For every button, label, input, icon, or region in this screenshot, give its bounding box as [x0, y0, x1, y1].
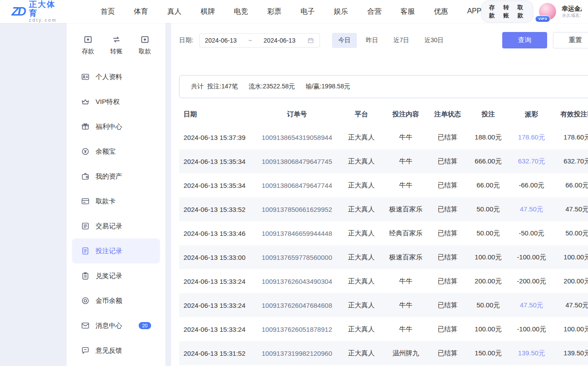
cell-date: 2024-06-13 15:37:39	[179, 125, 255, 149]
cell-bet: 188.00元	[467, 125, 509, 149]
column-header: 投注内容	[384, 103, 428, 125]
cell-platform: 正大真人	[339, 197, 384, 221]
cell-status: 已结算	[428, 221, 467, 245]
range-button-last30[interactable]: 近30日	[418, 33, 450, 48]
column-header: 有效投注额	[554, 103, 588, 125]
nav-item-app[interactable]: APP	[467, 7, 481, 16]
cell-content: 温州牌九	[384, 341, 428, 365]
brand-text: 正大体育 zdty.com	[29, 0, 58, 23]
cell-bet: 150.00元	[467, 341, 509, 365]
date-from[interactable]: 2024-06-13	[205, 37, 237, 44]
cell-content: 极速百家乐	[384, 245, 428, 269]
cell-valid: 139.50元	[554, 341, 588, 365]
date-label: 日期:	[179, 36, 193, 44]
summary-bar: 共计 投注:147笔 流水:23522.58元 输/赢:1998.58元	[179, 75, 588, 98]
top-header: ZD 正大体育 zdty.com 首页体育真人棋牌电竞彩票电子娱乐合营客服优惠A…	[0, 0, 588, 23]
cell-payout: -66.00元	[509, 173, 554, 197]
cell-bet: 66.00元	[467, 173, 509, 197]
cell-payout: 47.50元	[509, 197, 554, 221]
nav-item-live[interactable]: 真人	[167, 7, 181, 16]
cell-date: 2024-06-13 15:33:52	[179, 197, 255, 221]
cell-order: 1009138068479647744	[255, 173, 339, 197]
brand-logo-icon: ZD	[12, 5, 25, 19]
vip-icon	[81, 97, 90, 106]
summary-winloss: 输/赢:1998.58元	[306, 83, 350, 91]
nav-item-lottery[interactable]: 彩票	[267, 7, 281, 16]
sidebar-item-yuebao[interactable]: 余额宝	[72, 139, 160, 164]
wallet-pill-transfer[interactable]: 转账	[503, 4, 512, 20]
quick-action-withdraw[interactable]: 取款	[139, 35, 151, 56]
reset-button[interactable]: 重置	[553, 32, 588, 48]
cell-status: 已结算	[428, 317, 467, 341]
nav-item-sports[interactable]: 体育	[134, 7, 148, 16]
filter-row: 日期: 2024-06-13 ~ 2024-06-13 今日昨日近7日近30日 …	[179, 28, 588, 55]
table-row: 2024-06-13 15:33:001009137659778560000正大…	[179, 245, 588, 269]
cell-content: 牛牛	[384, 317, 428, 341]
wallet-pill-deposit[interactable]: 存款	[489, 4, 497, 20]
cell-content: 极速百家乐	[384, 197, 428, 221]
sidebar-item-bet-records[interactable]: 投注记录	[72, 239, 160, 263]
sidebar-item-feedback[interactable]: 意见反馈	[72, 338, 160, 363]
table-header-row: 日期订单号平台投注内容注单状态投注派彩有效投注额	[179, 103, 588, 125]
query-button[interactable]: 查询	[502, 32, 547, 48]
nav-item-slots[interactable]: 电子	[300, 7, 315, 16]
cell-valid: 66.00元	[554, 173, 588, 197]
nav-item-home[interactable]: 首页	[100, 7, 115, 16]
sidebar-item-assets[interactable]: 我的资产	[72, 164, 160, 189]
cell-date: 2024-06-13 15:33:00	[179, 245, 255, 269]
brand-domain: zdty.com	[29, 18, 58, 23]
avatar[interactable]: VIP3	[539, 3, 556, 20]
nav-item-esports[interactable]: 电竞	[234, 7, 248, 16]
quick-action-deposit[interactable]: 存款	[82, 35, 94, 56]
range-button-last7[interactable]: 近7日	[387, 33, 416, 48]
cell-payout: 47.50元	[509, 293, 554, 317]
brand-logo[interactable]: ZD 正大体育 zdty.com	[12, 0, 58, 23]
calendar-icon[interactable]	[307, 37, 314, 44]
cell-status: 已结算	[428, 125, 467, 149]
brand-name: 正大体育	[29, 0, 58, 18]
user-name: 幸运金总	[562, 5, 582, 13]
sidebar-item-label: 金币余额	[96, 297, 122, 305]
sidebar-item-vip[interactable]: VIP特权	[72, 89, 160, 114]
cell-order: 1009137626047684608	[255, 293, 339, 317]
nav-item-entertainment[interactable]: 娱乐	[334, 7, 348, 16]
user-info[interactable]: 幸运金总 永久域名: z	[562, 5, 582, 18]
table-row: 2024-06-13 15:33:241009137626051878912正大…	[179, 317, 588, 341]
date-range-picker[interactable]: 2024-06-13 ~ 2024-06-13	[199, 33, 320, 48]
cell-date: 2024-06-13 15:35:34	[179, 149, 255, 173]
wallet-pill-withdraw[interactable]: 取款	[517, 4, 526, 20]
nav-item-promotions[interactable]: 优惠	[434, 7, 448, 16]
cell-date: 2024-06-13 15:33:24	[179, 293, 255, 317]
sidebar-menu: 个人资料VIP特权福利中心余额宝我的资产取款卡交易记录投注记录兑奖记录金币余额消…	[67, 64, 165, 363]
nav-item-partnership[interactable]: 合营	[367, 7, 381, 16]
cell-order: 1009138068479647745	[255, 149, 339, 173]
table-row: 2024-06-13 15:33:521009137850661629952正大…	[179, 197, 588, 221]
nav-item-support[interactable]: 客服	[400, 7, 415, 16]
sidebar-item-withdraw-card[interactable]: 取款卡	[72, 189, 160, 214]
sidebar-item-transactions[interactable]: 交易记录	[72, 214, 160, 239]
sidebar-item-redeem-records[interactable]: 兑奖记录	[72, 263, 160, 288]
range-button-today[interactable]: 今日	[332, 33, 357, 48]
cell-bet: 50.00元	[467, 197, 509, 221]
cell-valid: 200.00元	[554, 269, 588, 293]
sidebar-item-label: 消息中心	[96, 322, 122, 330]
range-button-yesterday[interactable]: 昨日	[360, 33, 384, 48]
cell-valid: 100.00元	[554, 317, 588, 341]
nav-item-board-games[interactable]: 棋牌	[200, 7, 215, 16]
cell-content: 牛牛	[384, 173, 428, 197]
coins-icon	[81, 296, 90, 305]
sidebar-item-label: 余额宝	[96, 147, 116, 156]
table-row: 2024-06-13 15:33:241009137626043490304正大…	[179, 269, 588, 293]
cell-valid: 50.00元	[554, 221, 588, 245]
cell-order: 1009137850661629952	[255, 197, 339, 221]
sidebar-item-profile[interactable]: 个人资料	[72, 64, 160, 89]
assets-icon	[81, 172, 90, 181]
sidebar-item-coin-balance[interactable]: 金币余额	[72, 288, 160, 313]
date-to[interactable]: 2024-06-13	[264, 37, 296, 44]
sidebar-item-message-center[interactable]: 消息中心20	[72, 313, 160, 338]
sidebar-item-welfare[interactable]: 福利中心	[72, 114, 160, 139]
quick-action-transfer[interactable]: 转账	[110, 35, 123, 56]
main-content: 日期: 2024-06-13 ~ 2024-06-13 今日昨日近7日近30日 …	[171, 23, 588, 366]
cell-status: 已结算	[428, 197, 467, 221]
summary-bets: 投注:147笔	[207, 83, 238, 91]
